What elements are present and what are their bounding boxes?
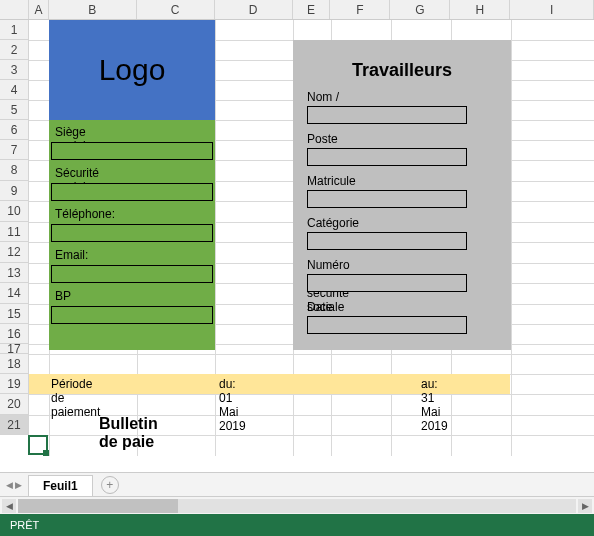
row-header-11[interactable]: 11 (0, 222, 29, 242)
input-bp[interactable] (51, 306, 213, 324)
scroll-left-arrow-icon[interactable]: ◀ (2, 499, 16, 513)
col-header-D[interactable]: D (215, 0, 293, 19)
row-header-18[interactable]: 18 (0, 354, 29, 374)
row-header-7[interactable]: 7 (0, 140, 29, 160)
horizontal-scrollbar[interactable]: ◀ ▶ (0, 496, 594, 514)
period-to: au: 31 Mai 2019 (421, 377, 448, 433)
tab-nav-next-icon[interactable]: ▶ (15, 480, 22, 490)
row-header-14[interactable]: 14 (0, 283, 29, 304)
label-email: Email: (51, 248, 88, 262)
row-header-4[interactable]: 4 (0, 80, 29, 100)
row-header-17[interactable]: 17 (0, 344, 29, 354)
row-header-1[interactable]: 1 (0, 20, 29, 40)
input-poste[interactable] (307, 148, 467, 166)
col-header-I[interactable]: I (510, 0, 594, 19)
tab-nav-prev-icon[interactable]: ◀ (6, 480, 13, 490)
select-all-corner[interactable] (0, 0, 29, 19)
row-header-16[interactable]: 16 (0, 324, 29, 344)
col-header-C[interactable]: C (137, 0, 215, 19)
status-bar: PRÊT (0, 514, 594, 536)
label-telephone: Téléphone: (51, 207, 115, 221)
row-header-2[interactable]: 2 (0, 40, 29, 60)
input-matricule[interactable] (307, 190, 467, 208)
col-header-H[interactable]: H (450, 0, 510, 19)
row-header-20[interactable]: 20 (0, 394, 29, 415)
row-header-10[interactable]: 10 (0, 201, 29, 222)
row-header-15[interactable]: 15 (0, 304, 29, 324)
row-header-9[interactable]: 9 (0, 181, 29, 201)
input-telephone[interactable] (51, 224, 213, 242)
column-headers[interactable]: A B C D E F G H I (0, 0, 594, 20)
col-header-A[interactable]: A (29, 0, 49, 19)
input-nom-prenom[interactable] (307, 106, 467, 124)
sheet-tab-feuil1[interactable]: Feuil1 (28, 475, 93, 496)
row-header-3[interactable]: 3 (0, 60, 29, 80)
add-sheet-button[interactable]: + (101, 476, 119, 494)
status-ready: PRÊT (10, 519, 39, 531)
active-cell[interactable] (28, 435, 48, 455)
sheet-tab-bar: ◀ ▶ Feuil1 + (0, 472, 594, 496)
row-header-21[interactable]: 21 (0, 415, 29, 435)
label-poste: Poste (307, 132, 338, 146)
row-header-6[interactable]: 6 (0, 120, 29, 140)
scroll-thumb[interactable] (18, 499, 178, 513)
input-siege-social[interactable] (51, 142, 213, 160)
row-header-13[interactable]: 13 (0, 263, 29, 283)
col-header-F[interactable]: F (330, 0, 390, 19)
worker-panel-title: Travailleurs (293, 60, 511, 81)
col-header-B[interactable]: B (49, 0, 137, 19)
row-headers[interactable]: 123456789101112131415161718192021 (0, 20, 29, 435)
row-header-12[interactable]: 12 (0, 242, 29, 263)
bulletin-title: Bulletin de paie (99, 415, 158, 451)
input-affiliation[interactable] (307, 274, 467, 292)
label-bp: BP (51, 289, 71, 303)
row-header-8[interactable]: 8 (0, 160, 29, 181)
scroll-right-arrow-icon[interactable]: ▶ (578, 499, 592, 513)
row-header-19[interactable]: 19 (0, 374, 29, 394)
row-header-5[interactable]: 5 (0, 100, 29, 120)
input-email[interactable] (51, 265, 213, 283)
logo-cell: Logo (49, 20, 215, 120)
input-embauche[interactable] (307, 316, 467, 334)
col-header-G[interactable]: G (390, 0, 450, 19)
col-header-E[interactable]: E (293, 0, 331, 19)
input-securite-sociale[interactable] (51, 183, 213, 201)
label-matricule: Matricule (307, 174, 356, 188)
period-label: Période de paiement (51, 377, 100, 419)
input-categorie[interactable] (307, 232, 467, 250)
period-from: du: 01 Mai 2019 (219, 377, 246, 433)
